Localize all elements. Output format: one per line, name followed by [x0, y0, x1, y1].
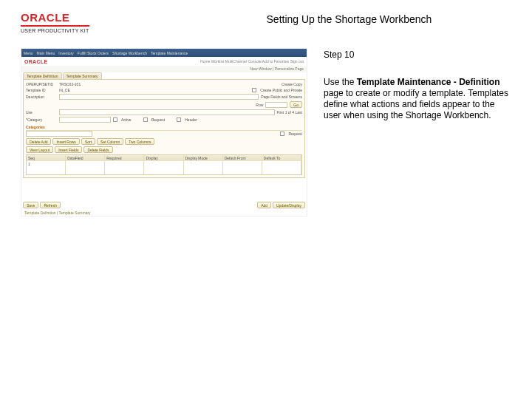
save-button[interactable]: Save	[23, 202, 38, 208]
page-title: Setting Up the Shortage Workbench	[89, 12, 511, 25]
table-header: DataField	[66, 155, 105, 161]
description-label: Description	[26, 95, 57, 99]
table-row	[27, 168, 301, 174]
instruction-pre: Use the	[324, 77, 357, 87]
instruction-post: page to create or modify a template. Tem…	[324, 88, 508, 120]
oracle-logo: ORACLE USER PRODUCTIVITY KIT	[21, 12, 89, 35]
table-header-row: Seq DataField Required Display Display M…	[27, 155, 301, 161]
page-fields-label: Page Fields and Screens	[261, 95, 302, 99]
app-screenshot: Menu Main Menu Inventory Fulfill Stock O…	[21, 48, 307, 216]
refresh-button[interactable]: Refresh	[40, 202, 61, 208]
request-checkbox[interactable]	[143, 117, 148, 122]
two-columns-button[interactable]: Two Columns	[125, 138, 154, 145]
table-cell	[105, 161, 144, 168]
table-cell	[262, 161, 301, 168]
nav-item: Menu	[24, 51, 33, 55]
table-header: Default To	[262, 155, 301, 161]
brand-bar: ORACLE Home Worklist MultiChannel Consol…	[21, 57, 307, 66]
table-cell	[144, 161, 183, 168]
request-label: Request	[151, 117, 166, 122]
go-button[interactable]: Go	[290, 101, 302, 108]
table-header: Display	[144, 155, 183, 161]
tab-definition[interactable]: Template Definition	[23, 72, 62, 79]
table-cell	[66, 161, 105, 168]
required-label: Request	[288, 132, 302, 136]
row-field[interactable]	[265, 102, 287, 108]
row-label: Row	[256, 103, 263, 107]
insert-rows-button[interactable]: Insert Rows	[52, 138, 79, 145]
public-checkbox[interactable]	[252, 88, 256, 92]
header: ORACLE USER PRODUCTIVITY KIT Setting Up …	[21, 9, 511, 48]
template-id-label: Template ID	[26, 88, 57, 92]
table-cell	[223, 161, 262, 168]
header-label: Header	[185, 117, 197, 122]
brand-text: ORACLE	[24, 59, 47, 64]
step-label: Step 10	[324, 50, 508, 61]
form-body: OPERUP/SETID TRSC02-101 Create Copy Temp…	[23, 79, 305, 178]
add-button[interactable]: Add	[257, 202, 271, 208]
sort-button[interactable]: Sort	[81, 138, 95, 145]
active-label: Active	[121, 117, 132, 122]
logo-primary-text: ORACLE	[21, 12, 89, 23]
table-cell	[184, 161, 223, 168]
instruction-body: Use the Template Maintenance - Definitio…	[324, 77, 508, 121]
delete-fields-button[interactable]: Delete Fields	[83, 146, 112, 153]
logo-secondary-text: USER PRODUCTIVITY KIT	[21, 25, 89, 33]
setid-value: TRSC02-101	[59, 82, 81, 86]
set-column-button[interactable]: Set Column	[97, 138, 123, 145]
use-label: Use	[26, 110, 57, 115]
tab-summary[interactable]: Template Summary	[63, 72, 102, 79]
criteria-button-row: Delete Add Insert Rows Sort Set Column T…	[26, 138, 302, 145]
table-cell: 1	[27, 161, 66, 168]
table-header: Default From	[223, 155, 262, 161]
category-label: *Category	[26, 117, 57, 122]
footer-bar: Save Refresh Add Update/Display	[23, 202, 305, 208]
category-field[interactable]	[59, 117, 111, 123]
categories-title: Categories	[26, 124, 302, 131]
description-field[interactable]	[59, 94, 259, 100]
nav-item: Fulfill Stock Orders	[78, 51, 109, 55]
header-checkbox[interactable]	[177, 117, 181, 122]
delete-add-button[interactable]: Delete Add	[26, 138, 51, 145]
use-field[interactable]	[59, 109, 275, 115]
table-header: Seq	[27, 155, 66, 161]
nav-bar: Menu Main Menu Inventory Fulfill Stock O…	[21, 49, 307, 57]
table-header: Display Mode	[184, 155, 223, 161]
template-id-value: IN_CE	[59, 88, 70, 92]
footer-tabs-note: Template Definition | Template Summary	[24, 211, 91, 215]
insert-fields-button[interactable]: Insert Fields	[55, 146, 82, 153]
active-checkbox[interactable]	[113, 117, 117, 122]
nav-item: Template Maintenance	[151, 51, 188, 55]
nav-item: Inventory	[58, 51, 74, 55]
category-value-field[interactable]	[26, 131, 92, 137]
required-checkbox[interactable]	[280, 132, 284, 136]
table-header: Required	[105, 155, 144, 161]
nav-item: Main Menu	[37, 51, 55, 55]
content: Menu Main Menu Inventory Fulfill Stock O…	[21, 48, 511, 216]
setid-label: OPERUP/SETID	[26, 82, 57, 86]
pager-text: First 1 of 4 Last	[277, 110, 302, 115]
brand-links: Home Worklist MultiChannel Console Add t…	[200, 59, 304, 64]
fields-table: Seq DataField Required Display Display M…	[26, 154, 302, 175]
view-layout-button[interactable]: View Layout	[26, 146, 53, 153]
utility-links: New Window | Personalize Page	[21, 66, 307, 72]
table-row: 1	[27, 161, 301, 168]
tab-strip: Template Definition Template Summary	[21, 72, 307, 79]
public-label: Create Public and Private	[260, 88, 302, 92]
instruction-bold: Template Maintenance - Definition	[357, 77, 500, 87]
update-display-button[interactable]: Update/Display	[273, 202, 305, 208]
criteria-button-row-2: View Layout Insert Fields Delete Fields	[26, 146, 302, 153]
nav-item: Shortage Workbench	[112, 51, 147, 55]
instruction-panel: Step 10 Use the Template Maintenance - D…	[324, 48, 508, 121]
create-copy-label: Create Copy	[282, 82, 302, 86]
